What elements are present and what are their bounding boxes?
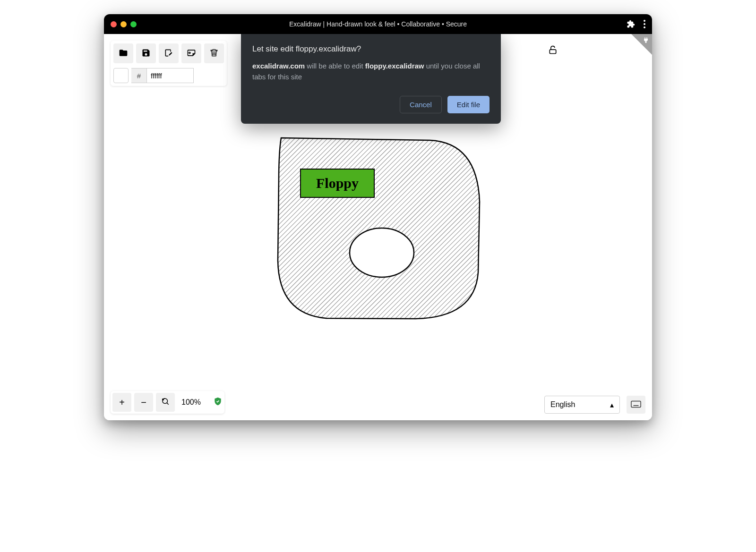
background-color-row: # <box>113 68 224 83</box>
titlebar: Excalidraw | Hand-drawn look & feel • Co… <box>104 14 652 34</box>
save-icon <box>141 48 151 59</box>
canvas-label-floppy[interactable]: Floppy <box>300 169 375 198</box>
zoom-reset-button[interactable] <box>156 393 175 412</box>
hash-label: # <box>131 68 146 83</box>
app-body: # Floppy <box>104 34 652 420</box>
top-toolbar: # <box>111 41 227 86</box>
save-edit-icon <box>164 48 173 59</box>
export-button[interactable] <box>181 43 201 63</box>
permission-description: excalidraw.com will be able to edit flop… <box>252 60 490 83</box>
plug-icon[interactable] <box>642 36 650 46</box>
canvas-drawing-floppy[interactable] <box>274 136 484 322</box>
zoom-out-button[interactable]: − <box>134 393 153 412</box>
folder-open-icon <box>119 48 128 59</box>
zoom-reset-icon <box>161 397 170 408</box>
keyboard-shortcuts-button[interactable] <box>627 396 645 414</box>
minimize-window-button[interactable] <box>120 21 127 27</box>
zoom-controls: + − 100% <box>111 391 224 414</box>
shield-icon[interactable] <box>213 397 223 408</box>
open-button[interactable] <box>113 43 133 63</box>
svg-point-2 <box>644 26 645 28</box>
svg-rect-9 <box>631 401 641 407</box>
close-window-button[interactable] <box>111 21 117 27</box>
save-as-button[interactable] <box>159 43 179 63</box>
browser-menu-icon[interactable] <box>644 20 645 28</box>
delete-button[interactable] <box>204 43 224 63</box>
svg-point-7 <box>350 228 414 277</box>
chevron-up-icon: ▴ <box>610 400 614 409</box>
language-select[interactable]: English ▴ <box>544 396 620 414</box>
export-icon <box>187 48 196 59</box>
app-window: Excalidraw | Hand-drawn look & feel • Co… <box>104 14 652 420</box>
bottom-right-controls: English ▴ <box>544 396 645 414</box>
color-hex-input[interactable] <box>146 68 194 83</box>
permission-domain: excalidraw.com <box>252 62 305 70</box>
svg-rect-3 <box>550 50 556 53</box>
permission-title: Let site edit floppy.excalidraw? <box>252 44 490 54</box>
language-selected: English <box>550 400 575 409</box>
lock-icon[interactable] <box>548 45 558 57</box>
window-title: Excalidraw | Hand-drawn look & feel • Co… <box>289 20 467 28</box>
color-swatch[interactable] <box>113 68 129 83</box>
permission-filename: floppy.excalidraw <box>365 62 424 70</box>
canvas-label-text: Floppy <box>316 175 359 191</box>
plus-icon: + <box>119 397 125 408</box>
permission-dialog: Let site edit floppy.excalidraw? excalid… <box>241 34 501 124</box>
cancel-button[interactable]: Cancel <box>400 96 442 113</box>
save-button[interactable] <box>136 43 156 63</box>
extensions-icon[interactable] <box>627 20 635 28</box>
svg-point-1 <box>644 23 645 25</box>
trash-icon <box>209 48 219 59</box>
svg-point-0 <box>644 20 645 22</box>
zoom-percent: 100% <box>178 398 205 407</box>
keyboard-icon <box>631 400 641 409</box>
edit-file-button[interactable]: Edit file <box>447 96 490 113</box>
minus-icon: − <box>141 397 146 408</box>
traffic-lights <box>111 21 137 27</box>
maximize-window-button[interactable] <box>130 21 137 27</box>
zoom-in-button[interactable]: + <box>112 393 131 412</box>
